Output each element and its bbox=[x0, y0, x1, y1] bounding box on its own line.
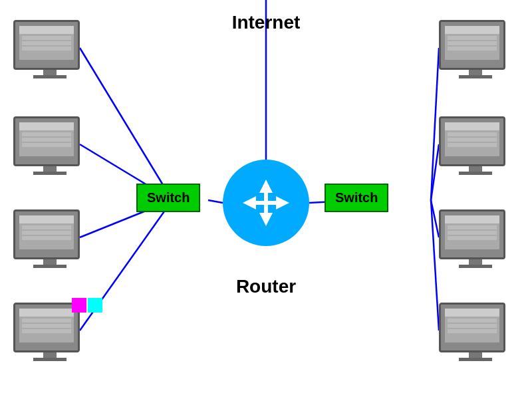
computer-tl bbox=[13, 20, 86, 80]
svg-marker-3 bbox=[266, 196, 289, 209]
computer-tr bbox=[439, 20, 512, 80]
computer-mr bbox=[439, 116, 512, 176]
switch-right: Switch bbox=[325, 184, 388, 212]
switch-left: Switch bbox=[136, 184, 200, 212]
router-label: Router bbox=[236, 276, 296, 297]
internet-label: Internet bbox=[232, 12, 301, 33]
computer-lr bbox=[439, 303, 512, 362]
color-squares bbox=[72, 298, 102, 313]
computer-br bbox=[439, 209, 512, 269]
computer-ml bbox=[13, 116, 86, 176]
computer-bl bbox=[13, 209, 86, 269]
router-icon bbox=[223, 160, 309, 246]
svg-marker-0 bbox=[259, 180, 273, 203]
svg-marker-2 bbox=[243, 196, 266, 209]
svg-marker-1 bbox=[259, 203, 273, 226]
magenta-square bbox=[72, 298, 86, 313]
cyan-square bbox=[88, 298, 102, 313]
